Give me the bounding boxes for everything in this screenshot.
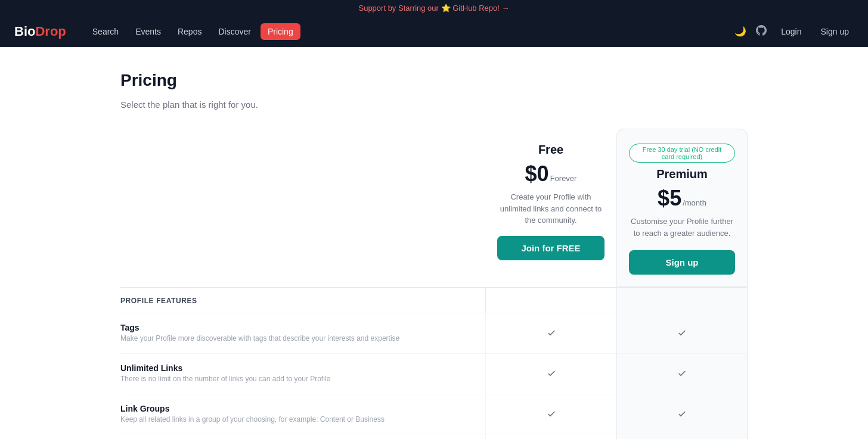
- feature-desc-2: Keep all related links in a group of you…: [120, 415, 485, 425]
- feature-name-1: Unlimited Links: [120, 363, 485, 373]
- empty-cell: [120, 129, 485, 287]
- premium-plan-header: Free 30 day trial (NO credit card requir…: [616, 129, 748, 287]
- main-content: Pricing Select the plan that is right fo…: [106, 47, 762, 439]
- feature-info-1: Unlimited LinksThere is no limit on the …: [120, 353, 485, 394]
- nav-repos[interactable]: Repos: [170, 23, 209, 40]
- logo-bio: Bio: [14, 24, 35, 39]
- feature-name-2: Link Groups: [120, 404, 485, 413]
- pricing-grid: Free $ 0 Forever Create your Profile wit…: [120, 129, 748, 439]
- banner-text: Support by Starring our ⭐: [358, 4, 452, 13]
- feature-name-0: Tags: [120, 323, 485, 332]
- logo[interactable]: BioDrop: [14, 24, 66, 39]
- free-plan-price: $ 0 Forever: [497, 161, 604, 186]
- page-subtitle: Select the plan that is right for you.: [120, 99, 748, 110]
- feature-premium-check-0: [616, 313, 748, 353]
- nav-events[interactable]: Events: [128, 23, 168, 40]
- feature-desc-1: There is no limit on the number of links…: [120, 374, 485, 384]
- features-header-premium: [616, 287, 748, 313]
- free-plan-desc: Create your Profile with unlimited links…: [497, 191, 604, 226]
- premium-plan-price: $ 5 /month: [629, 186, 735, 211]
- premium-plan-cta[interactable]: Sign up: [629, 250, 735, 275]
- features-header-free: [485, 287, 616, 313]
- free-plan-header: Free $ 0 Forever Create your Profile wit…: [485, 129, 616, 287]
- signup-button[interactable]: Sign up: [816, 24, 854, 39]
- nav-right: 🌙 Login Sign up: [734, 24, 854, 39]
- free-plan-name: Free: [497, 143, 604, 157]
- feature-info-2: Link GroupsKeep all related links in a g…: [120, 394, 485, 434]
- theme-toggle-icon[interactable]: 🌙: [734, 26, 746, 37]
- nav-links: Search Events Repos Discover Pricing: [85, 23, 734, 40]
- feature-free-check-0: [485, 313, 616, 353]
- free-price-symbol: $: [525, 161, 537, 186]
- features-header-label: Profile Features: [120, 287, 485, 313]
- page-title: Pricing: [120, 71, 748, 90]
- premium-price-amount: 5: [669, 186, 681, 211]
- feature-info-0: TagsMake your Profile more discoverable …: [120, 313, 485, 353]
- feature-premium-check-1: [616, 353, 748, 394]
- feature-info-3: Social IconsPromote your favourite links…: [120, 434, 485, 439]
- premium-plan-name: Premium: [629, 167, 735, 181]
- free-price-period: Forever: [550, 174, 577, 183]
- nav-pricing[interactable]: Pricing: [261, 23, 300, 40]
- logo-drop: Drop: [35, 24, 66, 39]
- free-price-amount: 0: [537, 161, 549, 186]
- feature-free-check-1: [485, 353, 616, 394]
- github-icon[interactable]: [756, 25, 767, 38]
- premium-price-period: /month: [683, 198, 706, 207]
- feature-desc-0: Make your Profile more discoverable with…: [120, 334, 485, 344]
- feature-free-check-2: [485, 394, 616, 434]
- banner-link[interactable]: GitHub Repo! →: [452, 4, 509, 13]
- premium-plan-desc: Customise your Profile further to reach …: [629, 216, 735, 241]
- premium-badge: Free 30 day trial (NO credit card requir…: [629, 144, 735, 163]
- feature-free-check-3: [485, 434, 616, 439]
- login-button[interactable]: Login: [776, 24, 806, 39]
- premium-price-symbol: $: [658, 186, 669, 211]
- feature-premium-check-3: [616, 434, 748, 439]
- nav-search[interactable]: Search: [85, 23, 126, 40]
- nav-discover[interactable]: Discover: [211, 23, 258, 40]
- feature-premium-check-2: [616, 394, 748, 434]
- free-plan-cta[interactable]: Join for FREE: [497, 236, 604, 260]
- navbar: BioDrop Search Events Repos Discover Pri…: [0, 16, 868, 47]
- top-banner: Support by Starring our ⭐ GitHub Repo! →: [0, 0, 868, 16]
